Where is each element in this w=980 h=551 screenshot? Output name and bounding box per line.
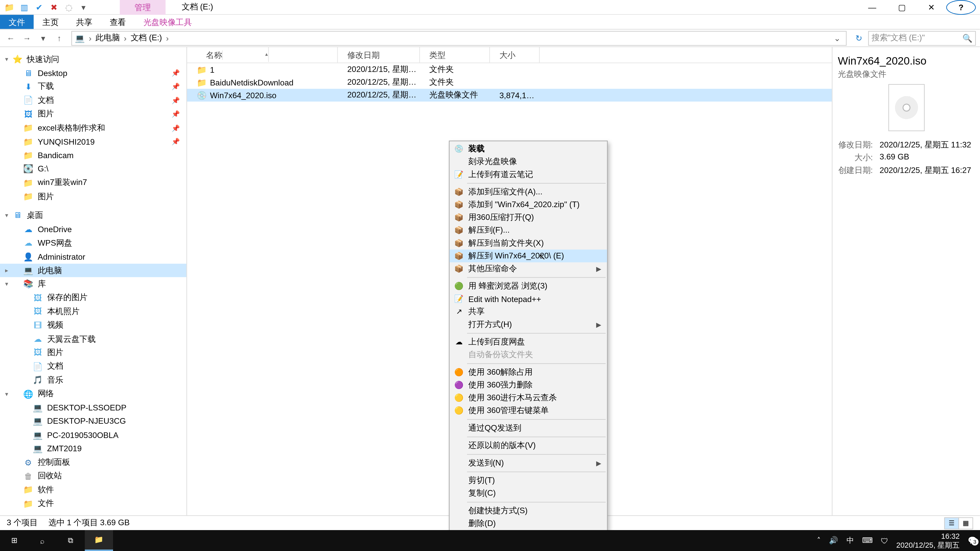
- menu-item[interactable]: 🟢用 蜂蜜浏览器 浏览(3): [450, 280, 607, 292]
- search-icon[interactable]: 🔍: [963, 33, 973, 43]
- table-row[interactable]: 💿Win7x64_2020.iso2020/12/25, 星期五 1…光盘映像文…: [187, 89, 832, 102]
- tray-clock[interactable]: 16:32 2020/12/25, 星期五: [896, 532, 959, 549]
- up-button[interactable]: ↑: [52, 33, 66, 43]
- menu-item[interactable]: 📦用360压缩打开(Q): [450, 211, 607, 224]
- menu-item[interactable]: ☁上传到百度网盘: [450, 336, 607, 348]
- tree-item[interactable]: 📁文件: [0, 497, 186, 510]
- address-dropdown[interactable]: ⌄: [831, 33, 843, 43]
- tree-item[interactable]: 🎞视频: [0, 318, 186, 332]
- ribbon-context-tab[interactable]: 管理: [120, 0, 165, 15]
- file-list[interactable]: ▴名称 修改日期 类型 大小 📁12020/12/15, 星期二 1…文件夹📁B…: [187, 47, 832, 515]
- menu-item[interactable]: 删除(D): [450, 517, 607, 530]
- tree-item[interactable]: ▾⭐快速访问: [0, 52, 186, 66]
- qat-delete-icon[interactable]: ✖: [48, 2, 59, 13]
- menu-item[interactable]: 打开方式(H)▶: [450, 318, 607, 331]
- menu-item[interactable]: 🟣使用 360强力删除: [450, 379, 607, 392]
- menu-item[interactable]: 📦添加到 "Win7x64_2020.zip" (T): [450, 198, 607, 211]
- qat-dropdown-icon[interactable]: ▾: [78, 2, 89, 13]
- tree-item[interactable]: 📄文档: [0, 360, 186, 373]
- menu-item[interactable]: 发送到(N)▶: [450, 457, 607, 470]
- tree-item[interactable]: 📁软件: [0, 483, 186, 497]
- breadcrumb[interactable]: 文档 (E:): [130, 32, 162, 44]
- tray-defender-icon[interactable]: 🛡: [881, 537, 888, 545]
- refresh-button[interactable]: ↻: [852, 33, 865, 43]
- tab-home[interactable]: 主页: [34, 15, 67, 29]
- menu-item[interactable]: 📝Edit with Notepad++: [450, 292, 607, 305]
- tree-item[interactable]: ▾🌐网络: [0, 387, 186, 401]
- tree-item[interactable]: 💻DESKTOP-NJEU3CG: [0, 414, 186, 428]
- tray-volume-icon[interactable]: 🔊: [829, 536, 838, 545]
- tree-item[interactable]: 🖼图片: [0, 346, 186, 360]
- col-size[interactable]: 大小: [490, 47, 540, 63]
- menu-item[interactable]: 📦解压到 Win7x64_2020\ (E): [450, 249, 607, 262]
- menu-item[interactable]: 📦其他压缩命令▶: [450, 262, 607, 275]
- menu-item[interactable]: 还原以前的版本(V): [450, 439, 607, 452]
- tree-item[interactable]: 📁图片: [0, 189, 186, 203]
- menu-item[interactable]: 💿装载: [450, 143, 607, 156]
- tree-item[interactable]: 🖥Desktop📌: [0, 66, 186, 80]
- tree-item[interactable]: 💻PC-20190530OBLA: [0, 428, 186, 442]
- maximize-button[interactable]: ▢: [887, 0, 917, 15]
- tray-ime[interactable]: 中: [846, 535, 854, 546]
- qat-check-icon[interactable]: ✔: [34, 2, 45, 13]
- tree-item[interactable]: 🖼图片📌: [0, 107, 186, 121]
- menu-item[interactable]: 刻录光盘映像: [450, 156, 607, 168]
- recent-dropdown[interactable]: ▾: [36, 33, 50, 43]
- menu-item[interactable]: 复制(C): [450, 487, 607, 500]
- tree-item[interactable]: ☁WPS网盘: [0, 236, 186, 250]
- chevron-icon[interactable]: ▸: [3, 267, 11, 274]
- tree-item[interactable]: ▾🖥桌面: [0, 209, 186, 222]
- menu-item[interactable]: 📦解压到当前文件夹(X): [450, 237, 607, 249]
- search-input[interactable]: 搜索"文档 (E:)" 🔍: [868, 30, 976, 45]
- explorer-taskbar-icon[interactable]: 📁: [85, 530, 113, 551]
- tree-item[interactable]: 📁excel表格制作求和📌: [0, 121, 186, 135]
- chevron-icon[interactable]: ▾: [3, 56, 11, 62]
- tree-item[interactable]: 📄文档📌: [0, 94, 186, 107]
- table-row[interactable]: 📁12020/12/15, 星期二 1…文件夹: [187, 63, 832, 76]
- menu-item[interactable]: 🟡使用 360管理右键菜单: [450, 404, 607, 417]
- menu-item[interactable]: 🟠使用 360解除占用: [450, 366, 607, 379]
- address-bar[interactable]: 💻 此电脑 文档 (E:) ⌄: [72, 30, 847, 45]
- tree-item[interactable]: 📁Bandicam: [0, 148, 186, 162]
- table-row[interactable]: 📁BaiduNetdiskDownload2020/12/25, 星期五 1…文…: [187, 76, 832, 89]
- menu-item[interactable]: 📦添加到压缩文件(A)...: [450, 186, 607, 198]
- col-type[interactable]: 类型: [420, 47, 490, 63]
- tree-item[interactable]: 🖼本机照片: [0, 305, 186, 319]
- tree-item[interactable]: 💻DESKTOP-LSSOEDP: [0, 401, 186, 414]
- tree-item[interactable]: 📁YUNQISHI2019📌: [0, 135, 186, 148]
- tree-item[interactable]: 🎵音乐: [0, 373, 186, 387]
- chevron-icon[interactable]: ▾: [3, 391, 11, 397]
- col-name[interactable]: ▴名称: [187, 47, 338, 63]
- tree-item[interactable]: ☁天翼云盘下载: [0, 332, 186, 346]
- tree-item[interactable]: 💽G:\: [0, 162, 186, 176]
- tab-file[interactable]: 文件: [0, 15, 34, 29]
- tab-disc-tools[interactable]: 光盘映像工具: [135, 15, 200, 29]
- tray-notifications-icon[interactable]: 💬: [968, 536, 977, 545]
- start-button[interactable]: ⊞: [0, 530, 28, 551]
- back-button[interactable]: ←: [4, 33, 18, 43]
- tree-item[interactable]: ☁OneDrive: [0, 222, 186, 236]
- taskview-button[interactable]: ⧉: [57, 530, 85, 551]
- column-headers[interactable]: ▴名称 修改日期 类型 大小: [187, 47, 832, 63]
- menu-item[interactable]: 📝上传到有道云笔记: [450, 168, 607, 181]
- menu-item[interactable]: 🟡使用 360进行木马云查杀: [450, 392, 607, 404]
- tree-item[interactable]: ▸💻此电脑: [0, 264, 186, 277]
- tray-keyboard-icon[interactable]: ⌨: [862, 536, 873, 545]
- tree-item[interactable]: 🖼保存的图片: [0, 291, 186, 305]
- tree-item[interactable]: 👤Administrator: [0, 250, 186, 264]
- tree-item[interactable]: 📁win7重装win7: [0, 176, 186, 190]
- col-date[interactable]: 修改日期: [338, 47, 420, 63]
- nav-tree[interactable]: ▾⭐快速访问🖥Desktop📌⬇下载📌📄文档📌🖼图片📌📁excel表格制作求和📌…: [0, 47, 187, 515]
- taskbar[interactable]: ⊞ ⌕ ⧉ 📁 ˄ 🔊 中 ⌨ 🛡 16:32 2020/12/25, 星期五 …: [0, 530, 980, 551]
- menu-item[interactable]: 📦解压到(F)...: [450, 224, 607, 237]
- help-button[interactable]: ?: [946, 0, 976, 15]
- view-icons-button[interactable]: ▦: [958, 517, 973, 529]
- chevron-icon[interactable]: ▾: [3, 281, 11, 287]
- qat-new-icon[interactable]: ◌: [63, 2, 74, 13]
- tree-item[interactable]: ⚙控制面板: [0, 456, 186, 469]
- tree-item[interactable]: ▾📚库: [0, 277, 186, 291]
- menu-item[interactable]: ↗共享: [450, 305, 607, 318]
- menu-item[interactable]: 通过QQ发送到: [450, 422, 607, 434]
- chevron-icon[interactable]: ▾: [3, 212, 11, 219]
- search-button[interactable]: ⌕: [28, 530, 57, 551]
